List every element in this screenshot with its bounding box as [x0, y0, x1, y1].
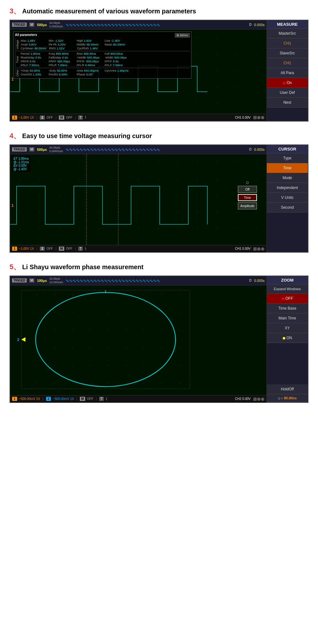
m-val3: OFF	[87, 397, 93, 401]
panel2-btn-mode[interactable]: Mode	[267, 173, 308, 183]
param-row-o1: +Duty50.00% -Duty50.00% Area640.00μVs Cy…	[21, 69, 190, 72]
t-box2: T	[78, 247, 83, 251]
panel2-btn-time[interactable]: Time	[267, 163, 308, 173]
param-row-v3: CycMean80.00mV RMS1.52V CycRMS1.48V	[21, 46, 190, 50]
params-overlay: All parameters ⊞ MENU Voltage Max1.68V M…	[13, 32, 191, 79]
ch1-voltage1: CH1 0.00V	[235, 116, 251, 119]
cursor-dot	[246, 181, 249, 184]
panel3-btn-timebase[interactable]: Time Base	[267, 304, 308, 313]
ch1-badge1: 1	[12, 116, 17, 120]
panel3-btn-on[interactable]: ON	[267, 333, 308, 343]
svg-rect-5	[10, 154, 266, 245]
panel3-btn-holdoff[interactable]: HoldOff	[267, 384, 308, 394]
panel3-btn-xy[interactable]: XY	[267, 323, 308, 333]
param-row-t3: FRFR0.0s FRFF500.00μs FFFR-500.00μs FFFF…	[21, 60, 190, 63]
ch2-scale3: ~500.00mV 1X	[53, 397, 74, 401]
m-val2: OFF	[66, 247, 73, 250]
ch1-scale2: ~1.00V 1X	[19, 247, 34, 250]
triged3: TRIGED	[12, 278, 27, 283]
scope-icons1: ⊞⊕⊗	[253, 115, 265, 120]
dv-sub-label: @ -1.40V	[13, 167, 29, 171]
panel1-title: MEASURE	[267, 20, 308, 29]
panel1-btn-slavesrc[interactable]: SlaveSrc	[267, 48, 308, 58]
ch2-marker3: 2	[17, 338, 19, 342]
section4-title: 4、 Easy to use time voltage measuring cu…	[10, 131, 308, 141]
panel1-btn-on[interactable]: On	[267, 78, 308, 88]
scope2-topbar: TRIGED M 500μs 64.0kpts 5.00MSa/s ∿∿∿∿∿∿…	[10, 145, 266, 154]
m-val1: OFF	[66, 116, 73, 119]
on-dot	[283, 82, 285, 84]
cursor-box-amplitude: Amplitude	[238, 202, 257, 209]
scope3-screen: TRIGED M 100μs 32.0kpts 10.0MSa/s ∿∿∿∿∿∿…	[10, 276, 266, 402]
panel3-btn-expand[interactable]: Expand Windows	[267, 284, 308, 294]
grid-svg3: 2	[10, 285, 266, 395]
ch2-val2: OFF	[47, 247, 53, 250]
param-row-t4: FRLF7.50ms FRLR7.00ms FFLR6.50ms FFLF7.0…	[21, 63, 190, 67]
cursor-markers: Off Time Amplitude	[238, 181, 257, 209]
scope1-bottombar: 1 ~1.00V 1X | 2 OFF | M OFF | T ⌇ CH1 0.…	[10, 114, 266, 121]
m-label: M	[29, 23, 34, 27]
panel1-btn-allpara[interactable]: All Para	[267, 68, 308, 78]
timebase2: 500μs	[37, 148, 47, 151]
dt-label: ΔT 1.00ms	[13, 157, 29, 160]
param-row-v2: Ampl3.00V Pk-Pk3.20V Middle80.00mV Mean8…	[21, 43, 190, 46]
m-box3: M	[80, 397, 85, 401]
panel3-btn-maintime[interactable]: Main Time	[267, 313, 308, 323]
timebase3: 100μs	[37, 279, 47, 283]
d3: D	[249, 279, 252, 282]
m3: M	[29, 278, 34, 283]
panel3-btn-off[interactable]: OFF	[267, 294, 308, 304]
ch1-badge3: 1	[12, 397, 17, 401]
section5-title: 5、 Li Shayu waveform phase measurement	[10, 262, 308, 272]
scope3-grid: 2	[10, 285, 266, 395]
panel2-btn-second[interactable]: Second	[267, 203, 308, 213]
grid-inner	[21, 290, 190, 389]
t-box3: T	[99, 397, 104, 401]
m-box1: M	[59, 116, 64, 120]
cursor-info: ΔT 1.00ms @ -1.01ms ΔV 0.00V @ -1.40V	[12, 156, 31, 172]
off-dot	[282, 298, 284, 300]
ch1-scale1: ~1.00V 1X	[19, 116, 34, 119]
panel2-btn-type[interactable]: Type	[267, 153, 308, 163]
ch2-val1: OFF	[47, 116, 53, 119]
sr2b: 5.00MSa/s	[49, 150, 63, 153]
param-row-v1: Max1.68V Min-1.52V High1.60V Low-1.40V	[21, 39, 190, 42]
scope-icons3: ⊞⊕⊗	[253, 396, 265, 402]
panel1-btn-next[interactable]: Next	[267, 98, 308, 108]
t-box1: T	[78, 116, 83, 120]
param-row-t2: RiseDelay0.0s FallDelay0.0s +Width500.00…	[21, 56, 190, 59]
param-row-t1: Period1.00ms Freq999.90Hz Rise600.00ns F…	[21, 52, 190, 55]
sr3b: 10.0MSa/s	[49, 281, 63, 284]
panel3-btn-holdoff-val[interactable]: Q ≡80.00ns	[267, 394, 308, 402]
dv-label: ΔV 0.00V	[13, 164, 29, 167]
timebase: 500μs	[37, 23, 47, 27]
zigzag3: ∿∿∿∿∿∿∿∿∿∿∿∿∿∿∿∿∿∿∿∿∿∿∿∿∿∿∿	[66, 278, 246, 283]
panel2-btn-independent[interactable]: Independent	[267, 183, 308, 193]
scope1-grid: 1 All parameters ⊞ MENU Voltage Max1.68V…	[10, 30, 266, 114]
sr2a: 64.0kpts	[49, 146, 63, 150]
panel1-btn-ch1a[interactable]: CH1	[267, 38, 308, 48]
samplerate2: 5.00MSa/s	[49, 25, 63, 28]
panel1-btn-ch1b[interactable]: CH1	[267, 58, 308, 68]
params-title: All parameters ⊞ MENU	[15, 33, 190, 38]
timer-section: Timer Period1.00ms Freq999.90Hz Rise600.…	[15, 52, 190, 67]
other-section: Other +Duty50.00% -Duty50.00% Area640.00…	[15, 69, 190, 77]
triged-label: TRIGED	[12, 23, 27, 27]
m-box2: M	[59, 247, 64, 251]
panel2-title: CURSOR	[267, 145, 308, 153]
ch2-badge2: 2	[40, 247, 45, 251]
dt-sub-label: @ -1.01ms	[13, 160, 29, 164]
scope1-container: TRIGED M 500μs 64.0kpts 5.00MSa/s ∿∿∿∿∿∿…	[10, 20, 308, 122]
scope1-topbar: TRIGED M 500μs 64.0kpts 5.00MSa/s ∿∿∿∿∿∿…	[10, 20, 266, 30]
panel1-btn-userdef[interactable]: User Def	[267, 88, 308, 98]
scope1-screen: TRIGED M 500μs 64.0kpts 5.00MSa/s ∿∿∿∿∿∿…	[10, 20, 266, 121]
panel2-btn-vunits[interactable]: V Units	[267, 193, 308, 203]
section3-title: 3、 Automatic measurement of various wave…	[10, 6, 308, 16]
panel1-btn-mastersrc[interactable]: MasterSrc	[267, 29, 308, 38]
grid-svg2: 1	[10, 154, 266, 245]
scope2-right-panel: CURSOR Type Time Mode Independent V Unit…	[266, 145, 308, 252]
panel3-title: ZOOM	[267, 276, 308, 284]
scope3-container: TRIGED M 100μs 32.0kpts 10.0MSa/s ∿∿∿∿∿∿…	[10, 276, 308, 403]
scope-icons2: ⊞⊕⊗	[253, 246, 265, 251]
trig-sym3: ⌇	[106, 397, 107, 401]
